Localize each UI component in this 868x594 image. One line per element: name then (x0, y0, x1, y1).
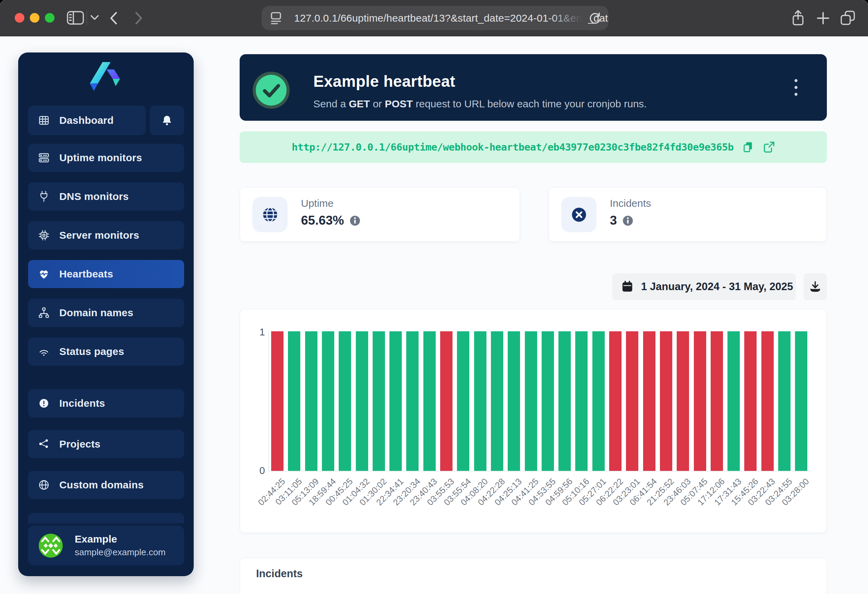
sidebar-item-dashboard[interactable]: Dashboard (28, 106, 146, 135)
x-tick-label-wrap: 18:59:44 (273, 476, 331, 486)
info-icon[interactable] (623, 216, 633, 226)
x-tick-label-wrap: 03:55:53 (391, 476, 449, 486)
heartbeat-bar-up[interactable] (424, 331, 436, 471)
heartbeat-bar-down[interactable] (694, 331, 706, 471)
x-tick-label-wrap: 03:23:01 (577, 476, 635, 486)
sidebar-item-label: Custom domains (59, 479, 144, 491)
x-tick-label: 05:07:45 (678, 476, 710, 508)
page-icon[interactable] (269, 11, 283, 25)
heartbeat-bar-up[interactable] (339, 331, 351, 471)
sidebar-item-incidents[interactable]: Incidents (28, 389, 184, 417)
x-circle-icon (561, 197, 596, 232)
heartbeat-bar-down[interactable] (271, 331, 283, 471)
sidebar-item-projects[interactable]: Projects (28, 430, 184, 458)
forward-icon[interactable] (134, 11, 143, 25)
heartbeat-bar-up[interactable] (592, 331, 605, 471)
sidebar-item-heartbeats[interactable]: Heartbeats (28, 260, 184, 288)
heartbeat-bar-down[interactable] (440, 331, 453, 471)
heartbeat-bar-down[interactable] (660, 331, 672, 471)
page-subtitle: Send a GET or POST request to URL below … (313, 98, 647, 110)
x-tick-label: 04:59:56 (543, 476, 574, 508)
heartbeat-bar-up[interactable] (575, 331, 588, 471)
date-range-picker[interactable]: 1 January, 2024 - 31 May, 2025 (612, 273, 796, 300)
sidebar-toggle-icon[interactable] (66, 10, 84, 25)
address-bar[interactable]: 127.0.0.1/66uptime/heartbeat/13?&start_d… (261, 6, 608, 30)
profile-name: Example (75, 533, 165, 545)
heartbeat-bar-down[interactable] (643, 331, 655, 471)
sidebar-item-status-pages[interactable]: Status pages (28, 337, 184, 366)
download-button[interactable] (803, 273, 827, 300)
external-link-icon[interactable] (763, 141, 775, 153)
zoom-window-button[interactable] (45, 13, 55, 23)
app-logo[interactable] (18, 61, 194, 92)
heartbeat-bar-up[interactable] (457, 331, 469, 471)
heartbeat-bar-up[interactable] (542, 331, 554, 471)
heartbeat-bar-up[interactable] (305, 331, 317, 471)
close-window-button[interactable] (15, 13, 24, 23)
chevron-down-icon[interactable] (90, 15, 99, 21)
alert-circle-icon (37, 397, 50, 410)
x-tick-label-wrap: 15:45:26 (695, 476, 753, 486)
sidebar-item-partial[interactable] (28, 513, 184, 523)
heartbeat-bar-down[interactable] (626, 331, 638, 471)
sidebar-item-domain-names[interactable]: Domain names (28, 299, 184, 327)
heartbeat-bar-down[interactable] (744, 331, 757, 471)
heartbeat-bar-up[interactable] (288, 331, 300, 471)
sidebar-item-dns-monitors[interactable]: DNS monitors (28, 182, 184, 211)
x-tick-label-wrap: 03:28:00 (745, 476, 804, 486)
x-tick-label: 21:25:52 (645, 476, 676, 508)
sidebar: Dashboard Uptime monitorsDNS monitorsSer… (18, 52, 194, 576)
sidebar-item-server-monitors[interactable]: Server monitors (28, 221, 184, 249)
heartbeat-bar-up[interactable] (525, 331, 537, 471)
x-tick-label-wrap: 23:46:03 (627, 476, 686, 486)
sidebar-item-label: Status pages (59, 346, 124, 358)
heartbeat-bar-up[interactable] (474, 331, 486, 471)
heartbeat-bar-up[interactable] (373, 331, 385, 471)
info-icon[interactable] (350, 216, 360, 226)
sidebar-item-uptime-monitors[interactable]: Uptime monitors (28, 144, 184, 172)
x-tick-label-wrap: 22:34:41 (340, 476, 399, 486)
new-tab-icon[interactable] (816, 11, 830, 25)
reload-icon[interactable] (589, 12, 602, 25)
x-tick-label: 03:24:55 (763, 476, 794, 508)
heartbeat-header-card: Example heartbeat Send a GET or POST req… (240, 54, 827, 121)
heartbeat-bar-up[interactable] (508, 331, 520, 471)
heartbeat-bar-up[interactable] (795, 331, 807, 471)
x-tick-label-wrap: 04:08:20 (425, 476, 483, 486)
share-icon[interactable] (791, 10, 806, 27)
x-tick-label-wrap: 05:10:16 (526, 476, 584, 486)
tabs-icon[interactable] (840, 10, 856, 26)
notifications-button[interactable] (150, 106, 184, 135)
heartbeat-bar-up[interactable] (390, 331, 402, 471)
heartbeat-bar-up[interactable] (406, 331, 419, 471)
heartbeat-bar-up[interactable] (728, 331, 740, 471)
profile-card[interactable]: Example sample@example.com (28, 526, 184, 565)
x-tick-label-wrap: 04:22:28 (441, 476, 500, 486)
share-nodes-icon (37, 437, 50, 451)
heartbeat-bar-down[interactable] (677, 331, 689, 471)
heartbeat-bar-up[interactable] (778, 331, 791, 471)
heartbeat-bar-down[interactable] (609, 331, 621, 471)
kebab-menu-icon[interactable] (789, 75, 803, 99)
heartbeat-bar-up[interactable] (558, 331, 571, 471)
heartbeat-bar-up[interactable] (491, 331, 503, 471)
toolbar-divider (86, 11, 87, 25)
x-tick-label: 03:55:54 (442, 476, 473, 508)
x-tick-label: 03:22:43 (746, 476, 777, 508)
heartbeat-bar-up[interactable] (356, 331, 368, 471)
back-icon[interactable] (109, 11, 118, 25)
sidebar-item-label: Domain names (59, 307, 133, 319)
x-tick-label: 03:55:53 (425, 476, 456, 508)
sidebar-item-custom-domains[interactable]: Custom domains (28, 471, 184, 499)
webhook-url-banner: http://127.0.0.1/66uptime/webhook-heartb… (240, 132, 827, 163)
heartbeat-bar-down[interactable] (762, 331, 774, 471)
heartbeat-bar-down[interactable] (711, 331, 723, 471)
x-tick-label-wrap: 06:41:54 (594, 476, 652, 486)
minimize-window-button[interactable] (30, 13, 40, 23)
heartbeat-bar-up[interactable] (322, 331, 334, 471)
x-tick-label-wrap: 03:22:43 (712, 476, 770, 486)
webhook-url[interactable]: http://127.0.0.1/66uptime/webhook-heartb… (292, 141, 734, 153)
incidents-section-card: Incidents (240, 558, 827, 594)
copy-icon[interactable] (743, 141, 754, 153)
x-tick-label: 15:45:26 (729, 476, 760, 508)
